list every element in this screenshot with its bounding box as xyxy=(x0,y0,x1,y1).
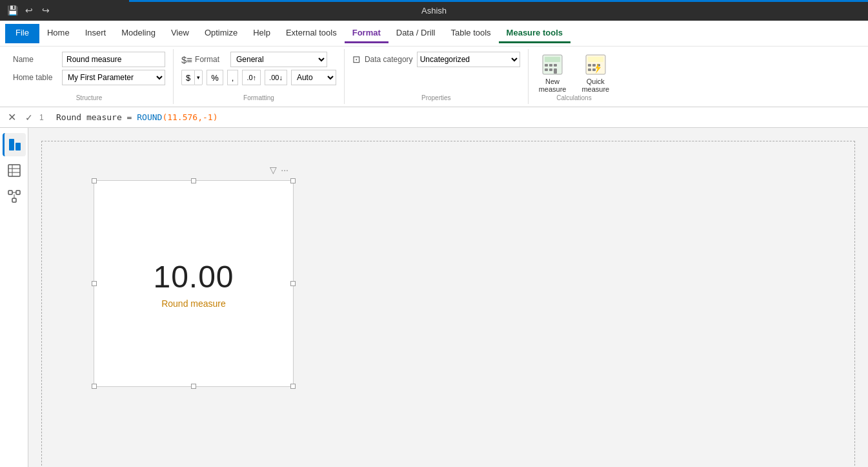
menu-modeling[interactable]: Modeling xyxy=(114,24,163,43)
menu-table-tools[interactable]: Table tools xyxy=(443,24,498,43)
svg-rect-13 xyxy=(588,68,591,71)
menu-file[interactable]: File xyxy=(5,24,39,43)
formula-measure-name: Round measure xyxy=(56,112,122,122)
ribbon: File Home Insert Modeling View Optimize … xyxy=(0,21,868,107)
menu-insert[interactable]: Insert xyxy=(77,24,114,43)
menu-format[interactable]: Format xyxy=(345,24,389,43)
handle-tl[interactable] xyxy=(92,178,97,183)
svg-rect-10 xyxy=(588,64,591,67)
handle-tr[interactable] xyxy=(290,178,296,183)
sidebar-report-view[interactable] xyxy=(3,133,26,156)
structure-group: Name Home table My First Parameter Struc… xyxy=(5,49,174,104)
redo-icon[interactable]: ↪ xyxy=(40,5,52,16)
card-more-icon[interactable]: ··· xyxy=(281,165,288,175)
handle-br[interactable] xyxy=(290,384,296,389)
formula-bar: ✕ ✓ 1 Round measure = ROUND(11.576,-1) xyxy=(0,107,868,128)
name-row: Name xyxy=(13,52,165,67)
comma-button[interactable]: , xyxy=(227,70,239,85)
undo-icon[interactable]: ↩ xyxy=(23,5,35,16)
calc-icons: New measure xyxy=(536,52,612,94)
main-content: ▽ ··· 10.00 Round measure xyxy=(0,128,868,467)
title-bar: 💾 ↩ ↪ Ashish xyxy=(0,0,868,21)
title-bar-icons: 💾 ↩ ↪ xyxy=(6,5,52,16)
data-category-row: ⊡ Data category Uncategorized Address Ci… xyxy=(352,52,520,67)
calculator-icon xyxy=(541,53,564,76)
structure-label: Structure xyxy=(13,92,165,101)
handle-bl[interactable] xyxy=(92,384,97,389)
data-category-select[interactable]: Uncategorized Address City Country/Regio… xyxy=(417,52,520,67)
save-icon[interactable]: 💾 xyxy=(6,5,18,16)
handle-ml[interactable] xyxy=(92,281,97,286)
percent-button[interactable]: % xyxy=(207,70,223,85)
card: 10.00 Round measure xyxy=(94,180,294,387)
decimal-increase-button[interactable]: .0↑ xyxy=(242,70,261,85)
handle-bm[interactable] xyxy=(191,384,196,389)
formula-confirm-button[interactable]: ✓ xyxy=(23,111,35,124)
svg-rect-1 xyxy=(545,57,560,62)
canvas-border: ▽ ··· 10.00 Round measure xyxy=(41,141,855,467)
handle-mr[interactable] xyxy=(290,281,296,286)
svg-rect-17 xyxy=(15,143,21,150)
data-category-label: Data category xyxy=(365,55,413,64)
formatting-group: $≡ Format General Currency Percentage Nu… xyxy=(174,49,345,104)
menu-external-tools[interactable]: External tools xyxy=(278,24,345,43)
properties-group: ⊡ Data category Uncategorized Address Ci… xyxy=(345,49,529,104)
format-label: $≡ Format xyxy=(181,54,227,65)
svg-rect-14 xyxy=(592,68,596,71)
svg-rect-3 xyxy=(549,64,552,67)
svg-rect-16 xyxy=(9,139,14,150)
card-filter-icon[interactable]: ▽ xyxy=(270,165,277,175)
menu-data-drill[interactable]: Data / Drill xyxy=(389,24,443,43)
toolbar: Name Home table My First Parameter Struc… xyxy=(0,47,868,107)
lightning-calculator-icon xyxy=(584,53,607,76)
calculations-label: Calculations xyxy=(556,94,591,101)
menu-home[interactable]: Home xyxy=(39,24,77,43)
canvas-area: ▽ ··· 10.00 Round measure xyxy=(28,128,868,467)
format-row: $≡ Format General Currency Percentage Nu… xyxy=(181,52,336,67)
sidebar-data-view[interactable] xyxy=(3,159,26,182)
left-sidebar xyxy=(0,128,28,467)
svg-rect-5 xyxy=(545,68,548,71)
svg-rect-18 xyxy=(8,165,20,176)
currency-btn-group: $ ▾ xyxy=(181,70,203,85)
quick-measure-button[interactable]: Quick measure xyxy=(579,52,612,94)
decimal-decrease-button[interactable]: .00↓ xyxy=(265,70,287,85)
home-table-select[interactable]: My First Parameter xyxy=(62,70,165,85)
formula-line-number: 1 xyxy=(39,113,52,122)
currency-button[interactable]: $ xyxy=(181,70,194,85)
menu-measure-tools[interactable]: Measure tools xyxy=(499,24,570,43)
handle-tm[interactable] xyxy=(191,178,196,183)
name-label: Name xyxy=(13,55,58,64)
card-container: ▽ ··· 10.00 Round measure xyxy=(94,180,294,387)
currency-dropdown-btn[interactable]: ▾ xyxy=(194,70,203,85)
auto-select[interactable]: Auto Custom xyxy=(291,70,336,85)
menu-optimize[interactable]: Optimize xyxy=(197,24,245,43)
formula-arguments: (11.576,-1) xyxy=(162,112,217,122)
card-value: 10.00 xyxy=(153,259,234,295)
calculations-group: New measure xyxy=(529,49,620,104)
svg-rect-6 xyxy=(549,68,552,71)
properties-label: Properties xyxy=(352,94,520,101)
sidebar-model-view[interactable] xyxy=(3,185,26,208)
currency-split: $ ▾ xyxy=(181,70,203,85)
new-measure-button[interactable]: New measure xyxy=(536,52,569,94)
home-table-row: Home table My First Parameter xyxy=(13,70,165,85)
svg-rect-7 xyxy=(554,68,557,74)
card-label: Round measure xyxy=(161,298,226,309)
menu-help[interactable]: Help xyxy=(245,24,278,43)
format-select[interactable]: General Currency Percentage Number Date … xyxy=(230,52,327,67)
svg-rect-22 xyxy=(8,191,12,194)
formula-cancel-button[interactable]: ✕ xyxy=(5,110,19,125)
svg-rect-9 xyxy=(588,57,603,62)
svg-rect-11 xyxy=(592,64,596,67)
svg-rect-23 xyxy=(16,191,20,194)
svg-rect-24 xyxy=(12,198,16,202)
name-input[interactable] xyxy=(62,52,165,67)
svg-rect-2 xyxy=(545,64,548,67)
menu-view[interactable]: View xyxy=(163,24,197,43)
menu-bar: File Home Insert Modeling View Optimize … xyxy=(0,21,868,47)
format-buttons-row: $ ▾ % , .0↑ .00↓ Auto Custom xyxy=(181,70,336,85)
new-measure-label: New measure xyxy=(539,78,567,93)
quick-measure-label: Quick measure xyxy=(581,78,609,93)
formula-text: Round measure = ROUND(11.576,-1) xyxy=(56,112,217,122)
